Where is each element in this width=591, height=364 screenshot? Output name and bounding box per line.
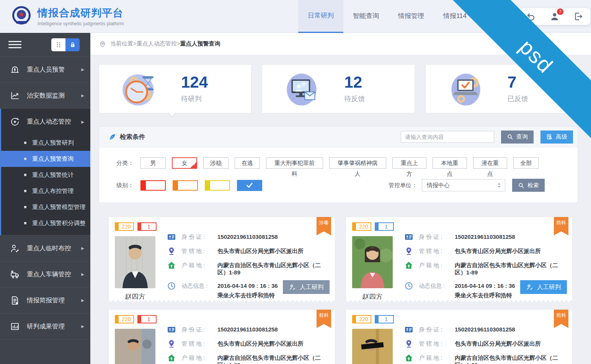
manual-judgment-button[interactable]: 人工研判 (283, 280, 330, 294)
manual-judgment-label: 人工研判 (300, 283, 323, 291)
sidebar-item-security-data-monitor[interactable]: 治安数据监测 ▶ (0, 83, 90, 109)
jurisdiction-label: 管 辖 地 : (181, 339, 217, 348)
domicile-row: 户 籍 地 : 内蒙古自治区包头市青山区光辉小区（二区）1-89 (167, 261, 330, 276)
sidebar-subitem-alert-stats[interactable]: 重点人预警统计 (1, 167, 90, 183)
badge-stripe (138, 316, 141, 323)
clock-history-icon (167, 281, 176, 291)
truck-icon (10, 269, 20, 279)
sidebar-item-key-person-alert[interactable]: 重点人员预警 ▶ (0, 57, 90, 83)
undo-button[interactable] (524, 10, 537, 23)
query-button-label: 查询 (516, 133, 528, 140)
sidebar-subitem-alert-query[interactable]: 重点人预警查询 (1, 151, 90, 167)
category-key-listed[interactable]: 重点上方 (392, 157, 426, 169)
menu-toggle-button[interactable] (8, 39, 21, 50)
chevron-right-icon: ▶ (81, 246, 84, 250)
dynamic-info-value: 2016-04-14 09 : 16 : 36 乘坐火车去往呼和浩特 (455, 281, 515, 299)
chevron-right-icon: ▶ (81, 67, 84, 72)
badge-stripe (375, 316, 379, 323)
sidebar-item-label: 重点人动态管控 (27, 118, 71, 126)
filter-body: 分类： 男 女✓ 涉稳 在逃 重大刑事犯罪前科 肇事肇祸精神病人 重点上方 本地… (99, 147, 578, 202)
bullet-icon (24, 158, 26, 160)
stat-card-feedback-done[interactable]: 7 已反馈 (425, 64, 578, 113)
level-yellow-checkbox[interactable] (205, 180, 230, 191)
photo-block (352, 329, 393, 364)
clock-hourglass-illustration (120, 69, 159, 108)
jurisdiction-row: 管 辖 地 : 包头市青山区分局光辉小区派出所 (167, 246, 330, 256)
chevron-right-icon: ▶ (81, 298, 84, 302)
sidebar-subitem-alert-judgment[interactable]: 重点人预警研判 (1, 135, 90, 151)
person-name: 赵四方 (352, 292, 393, 301)
sidebar-item-label: 情报简报管理 (27, 296, 65, 305)
id-label: 身 份 证 : (181, 325, 217, 333)
manual-judgment-button[interactable]: 人工研判 (520, 280, 567, 294)
stat-card-pending-feedback[interactable]: 12 待反馈 (262, 64, 415, 113)
category-major-crime[interactable]: 重大刑事犯罪前科 (266, 157, 323, 169)
sidebar-subitem-control-mgmt[interactable]: 重点人布控管理 (1, 183, 90, 199)
category-potential-key[interactable]: 潜在重点 (473, 157, 507, 169)
score-badge-value: 220 (359, 316, 368, 322)
undo-icon (526, 11, 536, 21)
user-notifications-button[interactable]: 7 (548, 10, 561, 23)
person-photo (352, 236, 393, 288)
control-unit-label: 管控单位： (389, 182, 417, 189)
level-red-checkbox[interactable] (140, 180, 166, 191)
sidebar-item-label: 研判成果管理 (27, 322, 65, 331)
category-fugitive[interactable]: 在逃 (235, 157, 260, 169)
search-input[interactable] (401, 131, 494, 143)
stat-label-pending-judgment: 待研判 (181, 94, 208, 103)
nav-tab-special[interactable]: 专案 (476, 0, 508, 33)
category-local-key[interactable]: 本地重点 (433, 157, 467, 169)
person-photo (115, 236, 155, 288)
person-judge-icon (289, 284, 296, 291)
level-stripe (206, 181, 210, 190)
id-row: 身 份 证 : 1502021961103081258 (404, 232, 567, 242)
stats-row: 124 待研判 12 待反馈 (99, 64, 578, 113)
domicile-row: 户 籍 地 : 内蒙古自治区包头市青山区光辉小区（二区）1-89 (167, 353, 330, 364)
dynamic-info-value: 2016-04-14 09 : 16 : 36 乘坐火车去往呼和浩特 (217, 281, 278, 299)
nav-tab-intel-mgmt[interactable]: 情报管理 (389, 0, 434, 33)
person-info: 身 份 证 : 1502021961103081258 管 辖 地 : 包头市青… (167, 323, 330, 364)
nav-tab-daily[interactable]: 日常研判 (298, 0, 343, 33)
control-unit-select[interactable]: 情报中心 (422, 179, 505, 191)
stat-card-pending-judgment[interactable]: 124 待研判 (99, 64, 251, 113)
logout-button[interactable] (572, 10, 585, 23)
chevron-right-icon: ▶ (81, 324, 84, 328)
level-filter-row: 级别： 管控单位： 情报中心 (108, 179, 545, 192)
jurisdiction-label: 管 辖 地 : (419, 339, 455, 348)
feather-icon (108, 133, 116, 141)
main-content: 124 待研判 12 待反馈 (90, 55, 591, 364)
level-orange-checkbox[interactable] (173, 180, 198, 191)
category-all[interactable]: 全部 (513, 157, 539, 169)
person-photo (115, 329, 155, 364)
category-female[interactable]: 女✓ (172, 157, 197, 169)
person-judge-icon (526, 284, 534, 291)
sidebar-subitem-model-mgmt[interactable]: 重点人预警模型管理 (1, 199, 90, 215)
home-icon (404, 353, 413, 362)
photo-block: 赵四方 (115, 236, 155, 301)
sidebar-item-vehicle-control[interactable]: 重点人车辆管控 ▶ (0, 261, 90, 287)
document-gear-icon (10, 295, 20, 305)
level-blue-checkbox[interactable] (237, 180, 262, 191)
category-male[interactable]: 男 (140, 157, 166, 169)
sidebar-item-results-mgmt[interactable]: 研判成果管理 ▶ (0, 313, 90, 340)
person-card: 前科 220 1 (346, 309, 573, 364)
sidebar-item-dynamic-control[interactable]: 重点人动态管控 ▶ (1, 109, 90, 135)
sidebar-item-briefing-mgmt[interactable]: 情报简报管理 ▶ (0, 287, 90, 313)
location-pin-icon (167, 339, 176, 348)
query-button[interactable]: 查询 (501, 131, 534, 144)
advanced-button[interactable]: 高级 (540, 131, 573, 144)
sidebar-item-temp-control[interactable]: 重点人临时布控 ▶ (0, 235, 90, 261)
nav-tab-intel-114[interactable]: 情报114 (434, 0, 476, 33)
domicile-label: 户 籍 地 : (419, 353, 455, 362)
stat-label-feedback-done: 已反馈 (508, 94, 528, 103)
sidebar-subitem-score-adjust[interactable]: 重点人预警积分调整 (1, 215, 90, 231)
sidebar-pin-toggle[interactable] (51, 38, 80, 51)
category-stability[interactable]: 涉稳 (203, 157, 229, 169)
person-info: 身 份 证 : 1502021961103081258 管 辖 地 : 包头市青… (404, 323, 567, 364)
nav-tab-smart-query[interactable]: 智能查询 (343, 0, 389, 33)
sidebar-subitem-label: 重点人预警积分调整 (32, 219, 86, 227)
breadcrumb-current-page: 重点人预警查询 (180, 40, 220, 47)
search-button[interactable]: 检索 (512, 179, 545, 192)
category-mental-illness[interactable]: 肇事肇祸精神病人 (329, 157, 386, 169)
id-card-icon (404, 232, 413, 242)
